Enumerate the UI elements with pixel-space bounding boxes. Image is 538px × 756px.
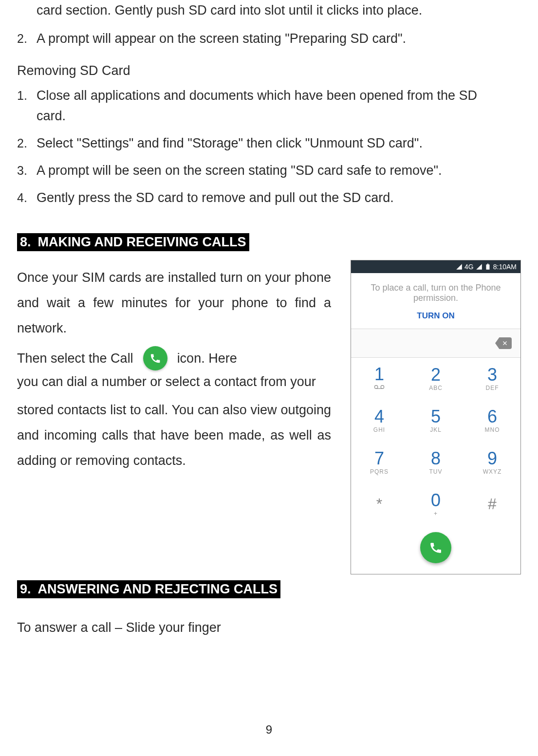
- list-text: A prompt will be seen on the screen stat…: [37, 163, 442, 178]
- section-number: 8.: [17, 235, 38, 250]
- key-sub: JKL: [430, 426, 442, 433]
- sd-insert-item1-cont: card section. Gently push SD card into s…: [37, 0, 521, 20]
- sec8-para2a: Then select the Call: [17, 346, 133, 371]
- permission-prompt: To place a call, turn on the Phone permi…: [351, 273, 520, 329]
- key-digit: 8: [431, 450, 441, 467]
- key-sub: PQRS: [370, 468, 389, 475]
- phone-screenshot: 4G 8:10AM To place a call, turn on the P…: [351, 260, 521, 574]
- svg-rect-1: [487, 264, 488, 265]
- key-6[interactable]: 6MNO: [464, 400, 520, 442]
- key-sub: TUV: [429, 468, 443, 475]
- status-network: 4G: [464, 263, 474, 271]
- key-digit: 2: [431, 366, 441, 384]
- list-number: 2.: [17, 133, 27, 153]
- section-title: ANSWERING AND REJECTING CALLS: [38, 582, 278, 596]
- removing-item-1: 1. Close all applications and documents …: [17, 85, 521, 126]
- key-5[interactable]: 5JKL: [408, 400, 464, 442]
- section-8-heading: 8.MAKING AND RECEIVING CALLS: [17, 233, 249, 251]
- key-sub: DEF: [486, 385, 499, 391]
- phone-icon: [429, 541, 443, 554]
- key-sub: +: [434, 510, 438, 517]
- dial-button-row: [351, 525, 520, 574]
- key-hash[interactable]: #: [464, 483, 520, 525]
- key-sub: ABC: [429, 385, 443, 391]
- sec9-para1: To answer a call – Slide your finger: [17, 615, 521, 640]
- key-digit: 4: [374, 408, 384, 425]
- section-9-heading: 9.ANSWERING AND REJECTING CALLS: [17, 580, 280, 598]
- removing-item-3: 3. A prompt will be seen on the screen s…: [17, 160, 521, 181]
- key-7[interactable]: 7PQRS: [351, 442, 408, 483]
- dial-input-row: [351, 329, 520, 358]
- battery-icon: [484, 263, 491, 270]
- page-number: 9: [0, 723, 538, 737]
- key-star[interactable]: *: [351, 483, 408, 525]
- key-digit: 1: [374, 366, 384, 383]
- key-digit: 7: [374, 450, 384, 467]
- key-9[interactable]: 9WXYZ: [464, 442, 520, 483]
- removing-sd-list: 1. Close all applications and documents …: [17, 85, 521, 208]
- section-8-body: Once your SIM cards are installed turn o…: [17, 265, 331, 574]
- key-sub: GHI: [373, 426, 385, 433]
- svg-rect-0: [486, 264, 489, 270]
- call-app-icon: [143, 346, 167, 370]
- key-8[interactable]: 8TUV: [408, 442, 464, 483]
- key-sub: WXYZ: [483, 468, 502, 475]
- sec8-para2d: stored contacts list to call. You can al…: [17, 397, 331, 473]
- key-digit: *: [376, 496, 382, 512]
- key-digit: 3: [487, 366, 497, 384]
- dial-keypad: 1 2ABC 3DEF 4GHI 5JKL 6MNO 7PQRS 8TUV 9W…: [351, 358, 520, 525]
- list-text: Close all applications and documents whi…: [37, 88, 477, 123]
- svg-point-5: [381, 386, 384, 388]
- key-sub: MNO: [485, 426, 500, 433]
- prompt-text: To place a call, turn on the Phone permi…: [361, 283, 511, 303]
- list-number: 3.: [17, 160, 27, 181]
- list-text: A prompt will appear on the screen stati…: [37, 31, 406, 46]
- backspace-x-icon: [501, 340, 508, 347]
- removing-sd-heading: Removing SD Card: [17, 63, 521, 78]
- sec8-para1: Once your SIM cards are installed turn o…: [17, 265, 331, 341]
- key-digit: 9: [487, 450, 497, 467]
- svg-point-4: [374, 386, 377, 388]
- section-number: 9.: [17, 582, 38, 597]
- key-2[interactable]: 2ABC: [408, 358, 464, 400]
- key-digit: 6: [487, 408, 497, 425]
- turn-on-button[interactable]: TURN ON: [361, 311, 511, 321]
- section-title: MAKING AND RECEIVING CALLS: [38, 235, 246, 249]
- list-text: Select "Settings" and find "Storage" the…: [37, 136, 423, 150]
- key-1[interactable]: 1: [351, 358, 408, 400]
- phone-icon: [149, 352, 161, 364]
- list-number: 4.: [17, 187, 27, 208]
- phone-status-bar: 4G 8:10AM: [351, 260, 520, 273]
- key-digit: 5: [431, 408, 441, 425]
- list-number: 1.: [17, 85, 27, 106]
- key-digit: #: [488, 496, 497, 512]
- key-4[interactable]: 4GHI: [351, 400, 408, 442]
- key-digit: 0: [431, 492, 441, 509]
- removing-item-4: 4. Gently press the SD card to remove an…: [17, 187, 521, 208]
- sd-insert-list-cont: 2. A prompt will appear on the screen st…: [17, 28, 521, 49]
- sec8-para2b: icon. Here: [177, 346, 237, 371]
- signal-icon: [456, 263, 463, 270]
- sec8-para2c: you can dial a number or select a contac…: [17, 371, 331, 392]
- list-number: 2.: [17, 28, 27, 49]
- key-0[interactable]: 0+: [408, 483, 464, 525]
- list-text: Gently press the SD card to remove and p…: [37, 190, 394, 205]
- status-time: 8:10AM: [493, 263, 517, 271]
- wifi-icon: [476, 263, 482, 270]
- sec8-para2-row: Then select the Call icon. Here: [17, 346, 331, 371]
- sd-insert-item2: 2. A prompt will appear on the screen st…: [17, 28, 521, 49]
- key-3[interactable]: 3DEF: [464, 358, 520, 400]
- dial-button[interactable]: [420, 532, 451, 563]
- voicemail-icon: [374, 383, 385, 392]
- removing-item-2: 2. Select "Settings" and find "Storage" …: [17, 133, 521, 153]
- backspace-button[interactable]: [495, 337, 512, 349]
